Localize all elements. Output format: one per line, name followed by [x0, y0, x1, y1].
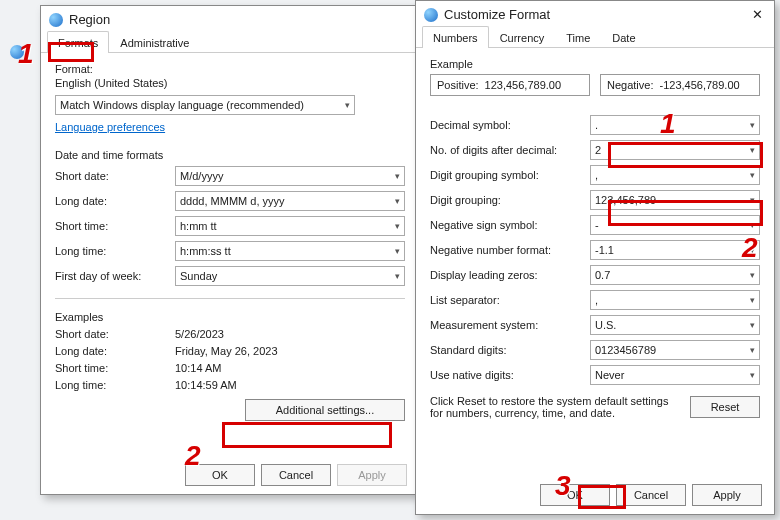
measurement-label: Measurement system: — [430, 319, 590, 331]
long-time-select[interactable]: h:mm:ss tt▾ — [175, 241, 405, 261]
chevron-down-icon: ▾ — [750, 245, 755, 255]
cancel-button[interactable]: Cancel — [616, 484, 686, 506]
long-date-label: Long date: — [55, 195, 175, 207]
negative-format-label: Negative number format: — [430, 244, 590, 256]
chevron-down-icon: ▾ — [750, 295, 755, 305]
cancel-button[interactable]: Cancel — [261, 464, 331, 486]
list-separator-label: List separator: — [430, 294, 590, 306]
leading-zeros-select[interactable]: 0.7▾ — [590, 265, 760, 285]
decimal-symbol-select[interactable]: .▾ — [590, 115, 760, 135]
region-tabbar: Formats Administrative — [41, 31, 419, 53]
example-box: Positive: 123,456,789.00 Negative: -123,… — [430, 74, 760, 96]
example-title: Example — [430, 58, 760, 70]
long-time-label: Long time: — [55, 245, 175, 257]
ok-button[interactable]: OK — [185, 464, 255, 486]
format-select[interactable]: Match Windows display language (recommen… — [55, 95, 355, 115]
chevron-down-icon: ▾ — [750, 195, 755, 205]
standard-digits-select[interactable]: 0123456789▾ — [590, 340, 760, 360]
examples-title: Examples — [55, 311, 405, 323]
chevron-down-icon: ▾ — [750, 220, 755, 230]
negative-format-select[interactable]: -1.1▾ — [590, 240, 760, 260]
chevron-down-icon: ▾ — [395, 271, 400, 281]
reset-text: Click Reset to restore the system defaul… — [430, 395, 680, 419]
digit-grouping-select[interactable]: 123,456,789▾ — [590, 190, 760, 210]
leading-zeros-label: Display leading zeros: — [430, 269, 590, 281]
region-footer: OK Cancel Apply — [185, 464, 407, 486]
additional-settings-button[interactable]: Additional settings... — [245, 399, 405, 421]
negative-sign-label: Negative sign symbol: — [430, 219, 590, 231]
positive-example: Positive: 123,456,789.00 — [430, 74, 590, 96]
chevron-down-icon: ▾ — [395, 246, 400, 256]
region-title: Region — [69, 12, 110, 27]
chevron-down-icon: ▾ — [750, 145, 755, 155]
tab-currency[interactable]: Currency — [489, 26, 556, 48]
desktop-globe-icon — [10, 45, 24, 63]
apply-button[interactable]: Apply — [337, 464, 407, 486]
native-digits-label: Use native digits: — [430, 369, 590, 381]
chevron-down-icon: ▾ — [750, 120, 755, 130]
list-separator-select[interactable]: ,▾ — [590, 290, 760, 310]
short-date-select[interactable]: M/d/yyyy▾ — [175, 166, 405, 186]
tab-formats[interactable]: Formats — [47, 31, 109, 53]
ex-short-date-label: Short date: — [55, 328, 175, 340]
short-time-select[interactable]: h:mm tt▾ — [175, 216, 405, 236]
chevron-down-icon: ▾ — [750, 320, 755, 330]
negative-example: Negative: -123,456,789.00 — [600, 74, 760, 96]
ok-button[interactable]: OK — [540, 484, 610, 506]
native-digits-select[interactable]: Never▾ — [590, 365, 760, 385]
digit-grouping-symbol-select[interactable]: ,▾ — [590, 165, 760, 185]
first-day-label: First day of week: — [55, 270, 175, 282]
reset-button[interactable]: Reset — [690, 396, 760, 418]
digit-grouping-symbol-label: Digit grouping symbol: — [430, 169, 590, 181]
ex-short-time-value: 10:14 AM — [175, 362, 221, 374]
date-time-formats-title: Date and time formats — [55, 149, 405, 161]
tab-numbers[interactable]: Numbers — [422, 26, 489, 48]
tab-date[interactable]: Date — [601, 26, 646, 48]
ex-long-date-value: Friday, May 26, 2023 — [175, 345, 278, 357]
chevron-down-icon: ▾ — [395, 221, 400, 231]
long-date-select[interactable]: dddd, MMMM d, yyyy▾ — [175, 191, 405, 211]
chevron-down-icon: ▾ — [345, 100, 350, 110]
close-button[interactable]: ✕ — [748, 7, 766, 22]
apply-button[interactable]: Apply — [692, 484, 762, 506]
language-preferences-link[interactable]: Language preferences — [55, 121, 165, 133]
divider — [55, 298, 405, 299]
short-date-label: Short date: — [55, 170, 175, 182]
ex-short-time-label: Short time: — [55, 362, 175, 374]
format-value: English (United States) — [55, 77, 405, 89]
region-content: Format: English (United States) Match Wi… — [41, 53, 419, 431]
tab-administrative[interactable]: Administrative — [109, 31, 200, 53]
globe-icon — [424, 8, 438, 22]
customize-window: Customize Format ✕ Numbers Currency Time… — [415, 0, 775, 515]
customize-tabbar: Numbers Currency Time Date — [416, 26, 774, 48]
customize-titlebar: Customize Format ✕ — [416, 1, 774, 26]
ex-short-date-value: 5/26/2023 — [175, 328, 224, 340]
first-day-select[interactable]: Sunday▾ — [175, 266, 405, 286]
measurement-select[interactable]: U.S.▾ — [590, 315, 760, 335]
region-window: Region Formats Administrative Format: En… — [40, 5, 420, 495]
negative-sign-select[interactable]: -▾ — [590, 215, 760, 235]
chevron-down-icon: ▾ — [395, 196, 400, 206]
customize-content: Example Positive: 123,456,789.00 Negativ… — [416, 48, 774, 429]
chevron-down-icon: ▾ — [750, 170, 755, 180]
short-time-label: Short time: — [55, 220, 175, 232]
digit-grouping-label: Digit grouping: — [430, 194, 590, 206]
ex-long-time-label: Long time: — [55, 379, 175, 391]
chevron-down-icon: ▾ — [395, 171, 400, 181]
digits-after-select[interactable]: 2▾ — [590, 140, 760, 160]
chevron-down-icon: ▾ — [750, 270, 755, 280]
globe-icon — [49, 13, 63, 27]
digits-after-label: No. of digits after decimal: — [430, 144, 590, 156]
format-label: Format: — [55, 63, 405, 75]
standard-digits-label: Standard digits: — [430, 344, 590, 356]
chevron-down-icon: ▾ — [750, 345, 755, 355]
decimal-symbol-label: Decimal symbol: — [430, 119, 590, 131]
chevron-down-icon: ▾ — [750, 370, 755, 380]
ex-long-time-value: 10:14:59 AM — [175, 379, 237, 391]
format-select-value: Match Windows display language (recommen… — [60, 99, 304, 111]
tab-time[interactable]: Time — [555, 26, 601, 48]
customize-title: Customize Format — [444, 7, 550, 22]
region-titlebar: Region — [41, 6, 419, 31]
ex-long-date-label: Long date: — [55, 345, 175, 357]
customize-footer: OK Cancel Apply — [540, 484, 762, 506]
